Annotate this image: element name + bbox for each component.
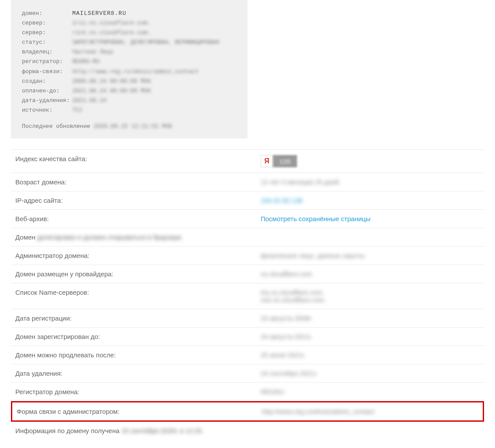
- info-row: Дата удаления:24 сентября 2021г.: [11, 364, 484, 383]
- info-value: ns.cloudflare.com: [261, 270, 480, 278]
- whois-label: источник:: [22, 106, 72, 115]
- info-label: Возраст домена:: [15, 178, 261, 186]
- info-value: 24 сентября 2021г.: [261, 370, 480, 377]
- info-value: 12 лет 0 месяцев 25 дней: [261, 178, 480, 186]
- whois-value: MAILSERVER8.RU: [72, 9, 126, 18]
- info-value: iris.ns.cloudflare.com.rick.ns.cloudflar…: [261, 289, 480, 303]
- info-row: Домен зарегистрирован до:24 августа 2021…: [11, 328, 484, 346]
- whois-last-update: Последнее обновление 2020.09.15 12:21:51…: [22, 123, 237, 130]
- info-value: http://www.reg.ru/whois/admin_contact: [262, 408, 478, 415]
- info-row: Возраст домена:12 лет 0 месяцев 25 дней: [11, 173, 484, 191]
- info-row: Индекс качества сайта:Я120: [11, 150, 484, 173]
- whois-value: rick.ns.cloudflare.com.: [72, 28, 151, 38]
- whois-label: домен:: [22, 9, 72, 18]
- whois-label: сервер:: [22, 28, 72, 38]
- info-value: Я120: [261, 155, 480, 167]
- info-row: IP-адрес сайта:104.31.82.136: [11, 191, 484, 210]
- whois-label: регистратор:: [22, 57, 72, 67]
- info-row: Домен размещен у провайдера:ns.cloudflar…: [11, 265, 484, 283]
- whois-row: домен:MAILSERVER8.RU: [22, 9, 237, 18]
- yandex-quality-badge: Я120: [261, 155, 297, 167]
- info-label: Домен можно продлевать после:: [15, 351, 261, 359]
- info-label: Администратор домена:: [15, 252, 261, 259]
- info-label: Информация по домену получена 15 сентябр…: [15, 427, 202, 434]
- whois-value: 2021.09.24: [72, 96, 106, 106]
- info-label: Веб-архив:: [15, 215, 261, 222]
- whois-value: http://www.reg.ru/whois/admin_contact: [72, 67, 199, 77]
- whois-value: Частное Лицо: [72, 47, 113, 57]
- info-value: 104.31.82.136: [261, 197, 480, 204]
- info-label: Домен зарегистрирован до:: [15, 333, 261, 340]
- info-row: Администратор домена:физическое лицо, да…: [11, 247, 484, 265]
- whois-value: 2021.08.24 00:00:00 MSK: [72, 86, 151, 96]
- whois-row: регистратор:REGRU-RU: [22, 57, 237, 67]
- info-value: 24 августа 2021г.: [261, 333, 480, 340]
- whois-row: форма-связи:http://www.reg.ru/whois/admi…: [22, 67, 237, 77]
- info-value: 25 июня 2021г.: [261, 351, 480, 359]
- info-row: Веб-архив:Посмотреть сохранённые страниц…: [11, 210, 484, 228]
- info-label: Список Name-серверов:: [15, 289, 261, 296]
- info-row: Информация по домену получена 15 сентябр…: [11, 422, 484, 440]
- whois-row: сервер:iris.ns.cloudflare.com.: [22, 18, 237, 28]
- whois-value: ЗАРЕГИСТРИРОВАН, ДЕЛЕГИРОВАН, ВЕРИФИЦИРО…: [72, 38, 219, 47]
- web-archive-link[interactable]: Посмотреть сохранённые страницы: [261, 215, 370, 222]
- info-label: Дата регистрации:: [15, 314, 261, 322]
- info-label: Домен размещен у провайдера:: [15, 270, 261, 278]
- info-row: Домен можно продлевать после:25 июня 202…: [11, 346, 484, 364]
- whois-row: сервер:rick.ns.cloudflare.com.: [22, 28, 237, 38]
- info-label: Индекс качества сайта:: [15, 155, 261, 162]
- whois-label: дата-удаления:: [22, 96, 72, 106]
- info-label: Дата удаления:: [15, 370, 261, 377]
- whois-row: дата-удаления:2021.09.24: [22, 96, 237, 106]
- whois-label: сервер:: [22, 18, 72, 28]
- info-row: Домен делегирован и должен открываться в…: [11, 228, 484, 247]
- info-label: Форма связи с администратором:: [17, 408, 262, 415]
- whois-row: оплачен-до:2021.08.24 00:00:00 MSK: [22, 86, 237, 96]
- domain-info-table: Индекс качества сайта:Я120Возраст домена…: [11, 149, 484, 440]
- info-label: Регистратор домена:: [15, 388, 261, 395]
- whois-row: владелец:Частное Лицо: [22, 47, 237, 57]
- whois-value: iris.ns.cloudflare.com.: [72, 18, 151, 28]
- whois-label: создан:: [22, 77, 72, 86]
- whois-block: домен:MAILSERVER8.RUсервер:iris.ns.cloud…: [11, 0, 248, 138]
- info-value: 24 августа 2008г.: [261, 314, 480, 322]
- info-value: физическое лицо, данные скрыты: [261, 252, 480, 259]
- whois-label: владелец:: [22, 47, 72, 57]
- info-label: IP-адрес сайта:: [15, 197, 261, 204]
- whois-value: 2008.08.24 00:00:00 MSK: [72, 77, 151, 86]
- whois-label: оплачен-до:: [22, 86, 72, 96]
- info-row: Регистратор домена:REGRU: [11, 383, 484, 401]
- info-value: REGRU: [261, 388, 480, 395]
- whois-label: статус:: [22, 38, 72, 47]
- info-value[interactable]: Посмотреть сохранённые страницы: [261, 215, 480, 222]
- whois-row: создан:2008.08.24 00:00:00 MSK: [22, 77, 237, 86]
- admin-contact-row: Форма связи с администратором:http://www…: [11, 401, 484, 422]
- info-row: Список Name-серверов:iris.ns.cloudflare.…: [11, 283, 484, 309]
- whois-row: статус:ЗАРЕГИСТРИРОВАН, ДЕЛЕГИРОВАН, ВЕР…: [22, 38, 237, 47]
- whois-row: источник:TCI: [22, 106, 237, 115]
- info-row: Дата регистрации:24 августа 2008г.: [11, 309, 484, 328]
- whois-label: форма-связи:: [22, 67, 72, 77]
- whois-value: REGRU-RU: [72, 57, 99, 67]
- whois-value: TCI: [72, 106, 82, 115]
- info-label: Домен делегирован и должен открываться в…: [15, 233, 183, 241]
